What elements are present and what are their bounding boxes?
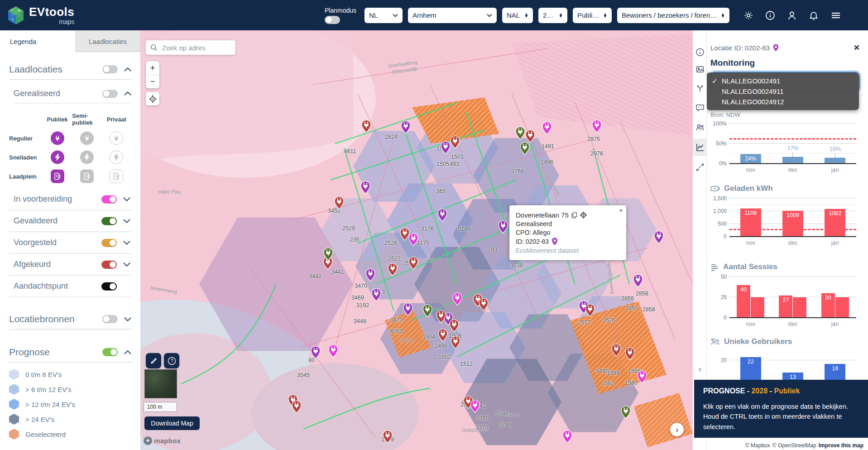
nav-select-usergroup[interactable]: Bewoners / bezoekers / forenzen▲▼ — [617, 8, 729, 23]
charge-point-pin[interactable] — [625, 347, 635, 363]
tab-laadlocaties[interactable]: Laadlocaties — [75, 30, 140, 52]
charge-point-pin[interactable] — [323, 247, 333, 263]
search-input[interactable] — [161, 44, 226, 52]
charge-point-pin[interactable] — [408, 256, 418, 272]
charge-point-pin[interactable] — [292, 400, 302, 416]
popup-close-icon[interactable]: × — [619, 207, 623, 214]
planmodus-toggle[interactable] — [325, 16, 340, 24]
charge-point-pin[interactable] — [311, 346, 321, 361]
map-canvas[interactable]: DoorlaatbrugEldensedijkelijke Plastavier… — [140, 30, 693, 450]
dropdown-option[interactable]: ✓NLALLEGO002491 — [707, 76, 859, 86]
attribution-improve-link[interactable]: Improve this map — [819, 442, 863, 449]
attribution-osm[interactable]: © OpenStreetMap — [772, 442, 816, 449]
chevron-up-icon[interactable] — [124, 92, 131, 96]
charge-point-pin[interactable] — [365, 268, 375, 284]
status-row-in-voorbereiding[interactable]: In voorbereiding — [9, 189, 131, 210]
laadlocaties-toggle[interactable] — [102, 65, 118, 73]
info-icon[interactable] — [765, 10, 776, 21]
charge-point-pin[interactable] — [361, 120, 371, 135]
charge-point-pin[interactable] — [449, 319, 459, 334]
settings-icon[interactable] — [743, 10, 754, 21]
charge-point-pin[interactable] — [408, 233, 418, 248]
locate-button[interactable] — [146, 92, 159, 106]
charge-point-pin[interactable] — [441, 141, 451, 156]
nav-select-year[interactable]: 2028▲▼ — [538, 8, 567, 23]
measure-button[interactable] — [146, 353, 161, 368]
status-toggle-aandachtspunt[interactable] — [101, 282, 117, 290]
charge-point-pin[interactable] — [479, 298, 489, 313]
charge-point-pin[interactable] — [371, 288, 381, 304]
nav-select-program[interactable]: NAL▲▼ — [502, 8, 533, 23]
charge-point-pin[interactable] — [470, 400, 480, 415]
locatiebronnen-toggle[interactable] — [102, 315, 118, 323]
charge-point-pin[interactable] — [436, 310, 446, 325]
rail-line-chart-icon[interactable] — [693, 139, 707, 156]
charge-point-pin[interactable] — [450, 135, 460, 151]
charge-point-pin[interactable] — [633, 274, 643, 290]
status-toggle-in-voorbereiding[interactable] — [101, 195, 117, 203]
charge-point-pin[interactable] — [334, 196, 344, 212]
help-button[interactable]: ? — [164, 353, 179, 368]
charge-point-pin[interactable] — [401, 121, 411, 136]
charge-point-pin[interactable] — [451, 336, 460, 351]
download-map-button[interactable]: Download Map — [144, 416, 200, 430]
zoom-in-button[interactable]: + — [146, 61, 159, 75]
mapbox-logo[interactable]: ✦ mapbox — [144, 436, 181, 445]
status-row-aandachtspunt[interactable]: Aandachtspunt — [9, 276, 131, 297]
charge-point-pin[interactable] — [585, 304, 595, 319]
status-row-voorgesteld[interactable]: Voorgesteld — [9, 232, 131, 254]
charge-point-pin[interactable] — [515, 126, 525, 142]
menu-icon[interactable] — [830, 10, 842, 21]
charge-point-pin[interactable] — [498, 220, 508, 236]
charge-point-pin[interactable] — [422, 304, 432, 319]
nav-select-municipality[interactable]: Arnhem — [408, 8, 497, 23]
copy-icon[interactable] — [571, 212, 577, 218]
dropdown-option[interactable]: NLALLEGO0024912 — [707, 97, 859, 107]
rail-comment-icon[interactable] — [693, 99, 707, 116]
charge-point-pin[interactable] — [452, 292, 462, 308]
dropdown-option[interactable]: NLALLEGO0024911 — [707, 86, 859, 97]
tab-legenda[interactable]: Legenda — [0, 30, 75, 52]
rail-route-icon[interactable] — [693, 159, 707, 176]
charge-point-pin[interactable] — [388, 263, 398, 278]
chevron-down-icon[interactable] — [123, 262, 130, 266]
status-toggle-gevalideerd[interactable] — [101, 217, 117, 225]
charge-point-pin[interactable] — [621, 406, 631, 421]
chevron-down-icon[interactable] — [123, 197, 130, 201]
nav-select-audience[interactable]: Publiek▲▼ — [573, 8, 612, 23]
chevron-down-icon[interactable] — [124, 317, 131, 321]
rail-image-icon[interactable] — [693, 61, 707, 78]
charge-point-pin[interactable] — [637, 370, 647, 386]
charge-point-pin[interactable] — [437, 208, 447, 224]
panel-expand-button[interactable]: › — [670, 423, 684, 436]
status-row-afgekeurd[interactable]: Afgekeurd — [9, 254, 131, 276]
gerealiseerd-toggle[interactable] — [102, 90, 118, 98]
charge-point-pin[interactable] — [592, 120, 602, 135]
charge-point-pin[interactable] — [438, 329, 448, 344]
attribution-mapbox[interactable]: © Mapbox — [745, 442, 770, 449]
charge-point-pin[interactable] — [383, 430, 393, 445]
target-icon[interactable] — [580, 212, 587, 218]
minimap-thumbnail[interactable] — [144, 369, 177, 398]
prognose-toggle[interactable] — [102, 348, 118, 356]
charge-point-pin[interactable] — [520, 142, 530, 157]
status-row-gevalideerd[interactable]: Gevalideerd — [9, 210, 131, 232]
user-icon[interactable] — [786, 10, 797, 21]
rail-users-icon[interactable] — [693, 119, 707, 136]
status-toggle-afgekeurd[interactable] — [101, 261, 117, 269]
chevron-down-icon[interactable] — [123, 219, 130, 223]
chevron-down-icon[interactable] — [123, 241, 130, 245]
charge-point-pin[interactable] — [654, 231, 664, 246]
chevron-up-icon[interactable] — [124, 68, 131, 72]
zoom-out-button[interactable]: − — [146, 75, 159, 89]
nav-select-country[interactable]: NL — [364, 8, 403, 23]
panel-close-button[interactable]: ✕ — [854, 43, 860, 53]
chevron-up-icon[interactable] — [124, 350, 131, 354]
charge-point-pin[interactable] — [360, 181, 370, 196]
charge-point-pin[interactable] — [328, 344, 338, 360]
charge-point-pin[interactable] — [562, 430, 572, 445]
rail-info-circle-icon[interactable] — [693, 44, 707, 61]
rail-split-icon[interactable] — [693, 80, 707, 97]
charge-point-pin[interactable] — [403, 303, 413, 318]
charge-point-pin[interactable] — [611, 344, 621, 359]
